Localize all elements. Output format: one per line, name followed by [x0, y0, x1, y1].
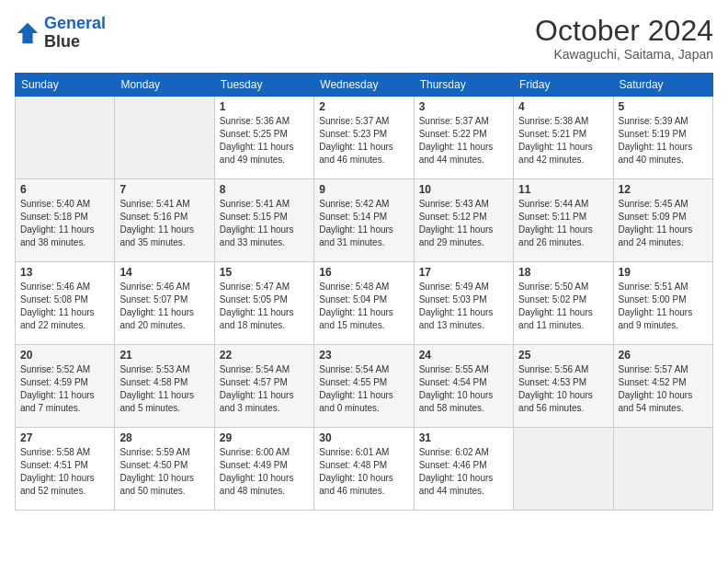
day-number: 30	[319, 431, 408, 444]
calendar-cell: 30Sunrise: 6:01 AM Sunset: 4:48 PM Dayli…	[314, 428, 414, 511]
calendar-cell: 11Sunrise: 5:44 AM Sunset: 5:11 PM Dayli…	[514, 179, 613, 262]
col-header-tuesday: Tuesday	[214, 74, 313, 97]
svg-marker-0	[17, 23, 38, 43]
logo-text: General Blue	[44, 15, 106, 52]
day-info: Sunrise: 5:50 AM Sunset: 5:02 PM Dayligh…	[518, 281, 608, 332]
day-info: Sunrise: 5:42 AM Sunset: 5:14 PM Dayligh…	[319, 198, 408, 249]
logo-icon	[15, 20, 40, 46]
day-info: Sunrise: 5:55 AM Sunset: 4:54 PM Dayligh…	[419, 363, 508, 415]
calendar-cell: 27Sunrise: 5:58 AM Sunset: 4:51 PM Dayli…	[16, 428, 115, 511]
day-info: Sunrise: 5:36 AM Sunset: 5:25 PM Dayligh…	[220, 115, 309, 167]
calendar-cell: 13Sunrise: 5:46 AM Sunset: 5:08 PM Dayli…	[16, 262, 115, 345]
week-row-1: 1Sunrise: 5:36 AM Sunset: 5:25 PM Daylig…	[16, 97, 713, 179]
day-number: 22	[220, 349, 309, 362]
day-number: 9	[319, 183, 408, 196]
day-number: 18	[518, 266, 608, 279]
day-info: Sunrise: 6:02 AM Sunset: 4:46 PM Dayligh…	[419, 446, 508, 498]
day-number: 11	[518, 183, 608, 196]
day-number: 27	[20, 431, 109, 444]
week-row-4: 20Sunrise: 5:52 AM Sunset: 4:59 PM Dayli…	[16, 345, 713, 428]
day-info: Sunrise: 5:45 AM Sunset: 5:09 PM Dayligh…	[619, 198, 708, 249]
calendar-cell: 18Sunrise: 5:50 AM Sunset: 5:02 PM Dayli…	[514, 262, 613, 345]
calendar-cell: 7Sunrise: 5:41 AM Sunset: 5:16 PM Daylig…	[115, 179, 214, 262]
calendar-cell: 25Sunrise: 5:56 AM Sunset: 4:53 PM Dayli…	[514, 345, 613, 428]
calendar-table: SundayMondayTuesdayWednesdayThursdayFrid…	[15, 73, 713, 511]
calendar-cell	[16, 97, 115, 179]
page-header: General Blue October 2024 Kawaguchi, Sai…	[15, 15, 713, 62]
calendar-cell: 9Sunrise: 5:42 AM Sunset: 5:14 PM Daylig…	[314, 179, 414, 262]
header-row: SundayMondayTuesdayWednesdayThursdayFrid…	[16, 74, 713, 97]
day-info: Sunrise: 5:37 AM Sunset: 5:23 PM Dayligh…	[319, 115, 408, 167]
week-row-2: 6Sunrise: 5:40 AM Sunset: 5:18 PM Daylig…	[16, 179, 713, 262]
col-header-sunday: Sunday	[16, 74, 115, 97]
day-number: 24	[419, 349, 508, 362]
col-header-friday: Friday	[514, 74, 613, 97]
calendar-cell: 20Sunrise: 5:52 AM Sunset: 4:59 PM Dayli…	[16, 345, 115, 428]
calendar-cell: 17Sunrise: 5:49 AM Sunset: 5:03 PM Dayli…	[414, 262, 513, 345]
col-header-saturday: Saturday	[613, 74, 712, 97]
day-info: Sunrise: 5:46 AM Sunset: 5:07 PM Dayligh…	[119, 281, 209, 332]
day-info: Sunrise: 5:37 AM Sunset: 5:22 PM Dayligh…	[419, 115, 508, 167]
day-info: Sunrise: 5:48 AM Sunset: 5:04 PM Dayligh…	[319, 281, 408, 332]
week-row-3: 13Sunrise: 5:46 AM Sunset: 5:08 PM Dayli…	[16, 262, 713, 345]
day-info: Sunrise: 5:49 AM Sunset: 5:03 PM Dayligh…	[419, 281, 508, 332]
calendar-cell: 12Sunrise: 5:45 AM Sunset: 5:09 PM Dayli…	[613, 179, 712, 262]
day-info: Sunrise: 5:40 AM Sunset: 5:18 PM Dayligh…	[20, 198, 109, 249]
col-header-wednesday: Wednesday	[314, 74, 414, 97]
calendar-cell	[514, 428, 613, 511]
day-number: 29	[220, 431, 309, 444]
calendar-cell: 3Sunrise: 5:37 AM Sunset: 5:22 PM Daylig…	[414, 97, 513, 179]
day-number: 20	[20, 349, 109, 362]
calendar-cell: 29Sunrise: 6:00 AM Sunset: 4:49 PM Dayli…	[214, 428, 313, 511]
day-number: 19	[619, 266, 708, 279]
day-number: 7	[119, 183, 209, 196]
calendar-cell: 10Sunrise: 5:43 AM Sunset: 5:12 PM Dayli…	[414, 179, 513, 262]
logo: General Blue	[15, 15, 106, 52]
day-info: Sunrise: 5:43 AM Sunset: 5:12 PM Dayligh…	[419, 198, 508, 249]
calendar-cell: 5Sunrise: 5:39 AM Sunset: 5:19 PM Daylig…	[613, 97, 712, 179]
title-block: October 2024 Kawaguchi, Saitama, Japan	[535, 15, 713, 62]
day-number: 17	[419, 266, 508, 279]
day-info: Sunrise: 5:47 AM Sunset: 5:05 PM Dayligh…	[220, 281, 309, 332]
calendar-cell: 8Sunrise: 5:41 AM Sunset: 5:15 PM Daylig…	[214, 179, 313, 262]
calendar-cell: 14Sunrise: 5:46 AM Sunset: 5:07 PM Dayli…	[115, 262, 214, 345]
day-info: Sunrise: 5:39 AM Sunset: 5:19 PM Dayligh…	[619, 115, 708, 167]
day-info: Sunrise: 5:51 AM Sunset: 5:00 PM Dayligh…	[619, 281, 708, 332]
calendar-cell: 16Sunrise: 5:48 AM Sunset: 5:04 PM Dayli…	[314, 262, 414, 345]
col-header-thursday: Thursday	[414, 74, 513, 97]
col-header-monday: Monday	[115, 74, 214, 97]
logo-line2: Blue	[44, 33, 106, 52]
day-number: 14	[119, 266, 209, 279]
day-number: 12	[619, 183, 708, 196]
day-info: Sunrise: 5:54 AM Sunset: 4:55 PM Dayligh…	[319, 363, 408, 415]
day-number: 26	[619, 349, 708, 362]
calendar-cell: 15Sunrise: 5:47 AM Sunset: 5:05 PM Dayli…	[214, 262, 313, 345]
calendar-cell	[115, 97, 214, 179]
calendar-cell	[613, 428, 712, 511]
location: Kawaguchi, Saitama, Japan	[535, 47, 713, 62]
day-number: 6	[20, 183, 109, 196]
calendar-cell: 28Sunrise: 5:59 AM Sunset: 4:50 PM Dayli…	[115, 428, 214, 511]
calendar-cell: 23Sunrise: 5:54 AM Sunset: 4:55 PM Dayli…	[314, 345, 414, 428]
day-info: Sunrise: 5:52 AM Sunset: 4:59 PM Dayligh…	[20, 363, 109, 415]
day-number: 10	[419, 183, 508, 196]
calendar-cell: 19Sunrise: 5:51 AM Sunset: 5:00 PM Dayli…	[613, 262, 712, 345]
week-row-5: 27Sunrise: 5:58 AM Sunset: 4:51 PM Dayli…	[16, 428, 713, 511]
day-number: 4	[518, 100, 608, 113]
calendar-cell: 24Sunrise: 5:55 AM Sunset: 4:54 PM Dayli…	[414, 345, 513, 428]
day-info: Sunrise: 5:38 AM Sunset: 5:21 PM Dayligh…	[518, 115, 608, 167]
day-number: 31	[419, 431, 508, 444]
day-info: Sunrise: 5:56 AM Sunset: 4:53 PM Dayligh…	[518, 363, 608, 415]
day-info: Sunrise: 5:41 AM Sunset: 5:16 PM Dayligh…	[119, 198, 209, 249]
day-number: 16	[319, 266, 408, 279]
day-info: Sunrise: 5:58 AM Sunset: 4:51 PM Dayligh…	[20, 446, 109, 498]
day-info: Sunrise: 5:57 AM Sunset: 4:52 PM Dayligh…	[619, 363, 708, 415]
month-title: October 2024	[535, 15, 713, 47]
day-info: Sunrise: 5:54 AM Sunset: 4:57 PM Dayligh…	[220, 363, 309, 415]
calendar-cell: 4Sunrise: 5:38 AM Sunset: 5:21 PM Daylig…	[514, 97, 613, 179]
calendar-cell: 1Sunrise: 5:36 AM Sunset: 5:25 PM Daylig…	[214, 97, 313, 179]
calendar-cell: 31Sunrise: 6:02 AM Sunset: 4:46 PM Dayli…	[414, 428, 513, 511]
day-info: Sunrise: 5:44 AM Sunset: 5:11 PM Dayligh…	[518, 198, 608, 249]
logo-line1: General	[44, 14, 106, 32]
day-number: 1	[220, 100, 309, 113]
